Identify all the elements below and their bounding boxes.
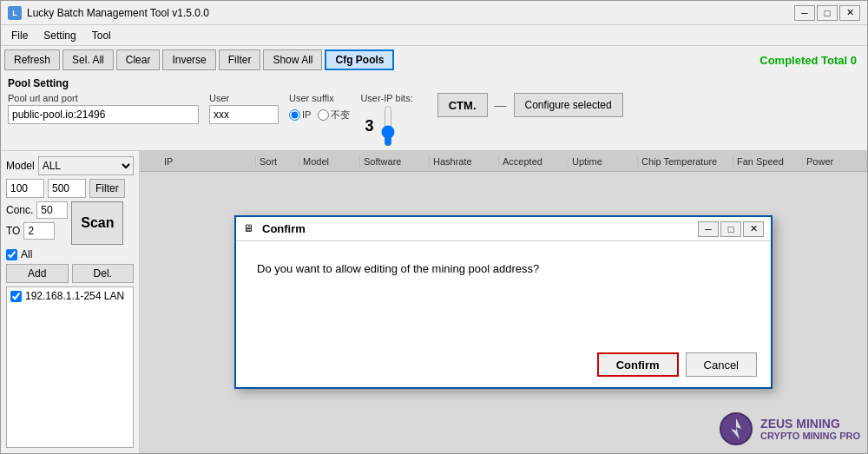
suffix-radio-group: IP 不变 [289,105,350,124]
model-label: Model [6,160,35,172]
add-del-row: Add Del. [6,264,134,283]
cfg-pools-button[interactable]: Cfg Pools [325,49,394,70]
sel-all-button[interactable]: Sel. All [62,49,114,70]
modal-title-text: Confirm [262,222,306,235]
pool-user-input[interactable] [209,105,279,124]
modal-controls: ─ □ ✕ [698,221,764,237]
menu-setting[interactable]: Setting [36,28,82,43]
ip-bits-value: 3 [360,117,378,135]
filter-button[interactable]: Filter [89,179,125,198]
pool-fields: Pool url and port User User suffix IP 不变 [8,93,860,147]
del-button[interactable]: Del. [72,264,135,283]
all-label: All [21,248,32,260]
to-input[interactable] [23,222,55,240]
title-bar: L Lucky Batch Management Tool v1.5.0.0 ─… [1,1,867,25]
all-checkbox-row: All [6,248,134,260]
menu-file[interactable]: File [4,28,35,43]
user-ip-bits-field: User-IP bits: 3 [360,93,412,147]
ip-item-label: 192.168.1.1-254 LAN [25,290,124,302]
add-button[interactable]: Add [6,264,69,283]
refresh-button[interactable]: Refresh [4,49,60,70]
modal-cancel-button[interactable]: Cancel [686,352,757,377]
model-row: Model ALL [6,156,134,175]
clear-button[interactable]: Clear [116,49,161,70]
modal-message: Do you want to allow editing of the mini… [257,262,539,275]
modal-title-left: 🖥 Confirm [243,222,306,236]
title-bar-left: L Lucky Batch Management Tool v1.5.0.0 [8,6,209,20]
modal-footer: Confirm Cancel [236,345,771,387]
inverse-button[interactable]: Inverse [162,49,215,70]
suffix-nochange-radio[interactable] [318,109,329,121]
user-suffix-field: User suffix IP 不变 [289,93,350,124]
main-area: Model ALL Filter Conc. [1,151,867,453]
pool-user-label: User [209,93,279,103]
suffix-nochange-option[interactable]: 不变 [318,109,350,122]
maximize-button[interactable]: □ [817,5,838,21]
suffix-ip-option[interactable]: IP [289,109,311,121]
modal-body: Do you want to allow editing of the mini… [236,241,771,345]
pool-section-title: Pool Setting [8,77,860,89]
dash-separator: — [495,98,507,112]
modal-overlay: 🖥 Confirm ─ □ ✕ Do you want to allow edi… [140,151,867,453]
ip-list-item: 192.168.1.1-254 LAN [9,289,131,303]
user-suffix-label: User suffix [289,93,350,103]
sidebar: Model ALL Filter Conc. [1,151,140,453]
pool-user-field: User [209,93,279,124]
modal-confirm-button[interactable]: Confirm [597,352,679,377]
all-checkbox[interactable] [6,249,17,260]
main-window: L Lucky Batch Management Tool v1.5.0.0 ─… [0,0,868,454]
show-all-button[interactable]: Show All [263,49,322,70]
app-icon: L [8,6,22,20]
to-label: TO [6,225,20,237]
close-button[interactable]: ✕ [839,5,860,21]
toolbar: Refresh Sel. All Clear Inverse Filter Sh… [1,46,867,74]
menu-tool[interactable]: Tool [85,28,118,43]
modal-close-button[interactable]: ✕ [743,221,764,237]
conc-input[interactable] [36,201,68,219]
pool-section: Pool Setting Pool url and port User User… [1,74,867,151]
title-controls: ─ □ ✕ [794,5,860,21]
user-ip-bits-label: User-IP bits: [360,93,412,103]
model-select[interactable]: ALL [38,156,134,175]
range-to-input[interactable] [48,179,86,198]
content-area: IP Sort Model Software Hashrate Accepted… [140,151,867,453]
conc-label: Conc. [6,204,33,216]
suffix-ip-radio[interactable] [289,109,300,121]
modal-maximize-button[interactable]: □ [720,221,741,237]
modal-icon: 🖥 [243,222,257,236]
scan-button[interactable]: Scan [71,201,123,245]
pool-url-field: Pool url and port [8,93,199,124]
filter-toolbar-button[interactable]: Filter [219,49,261,70]
modal-minimize-button[interactable]: ─ [698,221,719,237]
ip-item-checkbox[interactable] [10,291,22,302]
modal-window: 🖥 Confirm ─ □ ✕ Do you want to allow edi… [234,215,773,389]
ip-list: 192.168.1.1-254 LAN [6,286,134,448]
completed-total: Completed Total 0 [760,54,864,67]
pool-url-input[interactable] [8,105,199,124]
window-title: Lucky Batch Management Tool v1.5.0.0 [27,7,209,19]
menu-bar: File Setting Tool [1,25,867,46]
to-row: TO [6,222,68,240]
configure-selected-button[interactable]: Configure selected [514,93,623,117]
minimize-button[interactable]: ─ [794,5,815,21]
ip-bits-slider[interactable] [381,105,395,147]
conc-row: Conc. [6,201,68,219]
ctm-button[interactable]: CTM. [437,93,488,117]
ctm-section: CTM. — Configure selected [437,93,623,117]
pool-url-label: Pool url and port [8,93,199,103]
range-row: Filter [6,179,125,198]
modal-title-bar: 🖥 Confirm ─ □ ✕ [236,217,771,241]
ip-bits-row: 3 [360,105,395,147]
range-from-input[interactable] [6,179,44,198]
